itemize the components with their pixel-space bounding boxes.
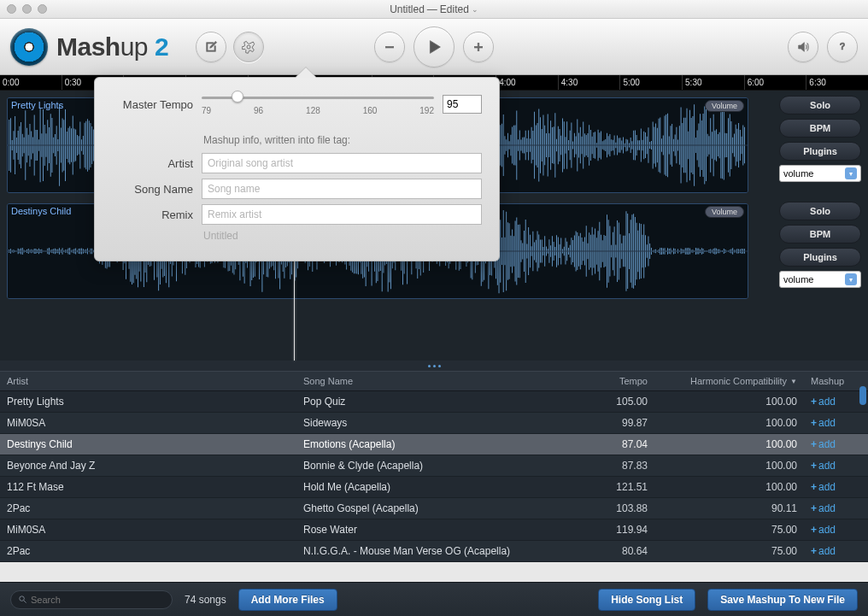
song-name-input[interactable] <box>202 179 482 199</box>
play-button[interactable] <box>413 26 455 67</box>
ruler-tick: 4:00 <box>496 75 558 90</box>
artist-input[interactable] <box>202 153 482 173</box>
tempo-minus-button[interactable] <box>374 32 405 62</box>
table-row[interactable]: 2PacN.I.G.G.A. - Mouse Man Verse OG (Aca… <box>0 541 868 562</box>
plugins-button[interactable]: Plugins <box>779 248 861 267</box>
col-artist[interactable]: Artist <box>0 372 296 390</box>
svg-text:?: ? <box>840 41 846 51</box>
popover-info: Mashup info, written into file tag: <box>203 134 482 146</box>
hide-song-list-button[interactable]: Hide Song List <box>598 589 695 611</box>
tempo-slider[interactable]: 7996128160192 <box>202 93 434 115</box>
cell-song: Hold Me (Acapella) <box>296 477 578 497</box>
panel-resize-handle[interactable] <box>0 361 868 371</box>
track-volume-button[interactable]: Volume <box>705 206 744 218</box>
add-button[interactable]: add <box>811 438 836 450</box>
tempo-input[interactable] <box>443 95 482 114</box>
solo-button[interactable]: Solo <box>779 96 861 114</box>
window-title: Untitled — Edited ⌄ <box>0 3 868 15</box>
ruler-tick: 6:00 <box>744 75 806 90</box>
add-button[interactable]: add <box>811 417 836 429</box>
cell-artist: Pretty Lights <box>0 391 296 412</box>
ruler-tick: 6:30 <box>806 75 868 90</box>
cell-song: N.I.G.G.A. - Mouse Man Verse OG (Acapell… <box>296 541 578 561</box>
volume-select[interactable]: volume▾ <box>779 165 861 182</box>
add-button[interactable]: add <box>811 524 836 536</box>
cell-tempo: 103.88 <box>578 498 654 519</box>
scrollbar-thumb[interactable] <box>859 386 866 405</box>
edit-button[interactable] <box>196 32 226 62</box>
svg-line-1005 <box>24 601 26 603</box>
slider-thumb[interactable] <box>232 91 243 103</box>
plugins-button[interactable]: Plugins <box>779 142 861 161</box>
solo-button[interactable]: Solo <box>779 202 861 220</box>
track-1-controls: Solo BPM Plugins volume▾ <box>774 91 868 182</box>
col-song[interactable]: Song Name <box>296 372 578 390</box>
table-row[interactable]: Destinys ChildEmotions (Acapella)87.0410… <box>0 434 868 455</box>
add-button[interactable]: add <box>811 481 836 493</box>
table-row[interactable]: 2PacGhetto Gospel (Acapella)103.8890.11a… <box>0 498 868 519</box>
table-row[interactable]: MiM0SASideways99.87100.00add <box>0 413 868 434</box>
ruler-tick: 5:00 <box>619 75 682 90</box>
cell-artist: 2Pac <box>0 541 296 561</box>
track-volume-button[interactable]: Volume <box>705 100 744 112</box>
save-mashup-button[interactable]: Save Mashup To New File <box>707 589 858 611</box>
table-row[interactable]: 112 Ft MaseHold Me (Acapella)121.51100.0… <box>0 477 868 498</box>
col-harmonic[interactable]: Harmonic Compatibility▼ <box>654 372 804 390</box>
add-button[interactable]: add <box>811 545 836 557</box>
cell-artist: 112 Ft Mase <box>0 477 296 497</box>
settings-popover: Master Tempo 7996128160192 Mashup info, … <box>94 77 500 261</box>
app-logo: Mashup 2 <box>10 28 168 66</box>
svg-rect-2 <box>478 43 479 50</box>
search-field[interactable] <box>10 590 173 609</box>
bpm-button[interactable]: BPM <box>779 119 861 138</box>
cell-harmonic: 75.00 <box>654 519 804 540</box>
bpm-button[interactable]: BPM <box>779 225 861 243</box>
add-button[interactable]: add <box>811 502 836 514</box>
svg-point-1004 <box>20 596 25 601</box>
cell-artist: Beyonce And Jay Z <box>0 455 296 476</box>
col-tempo[interactable]: Tempo <box>578 372 654 390</box>
add-button[interactable]: add <box>811 396 836 408</box>
transport-controls <box>374 26 494 67</box>
sort-desc-icon: ▼ <box>790 378 797 385</box>
title-text: Untitled <box>390 3 425 15</box>
add-button[interactable]: add <box>811 460 836 472</box>
ruler-tick: 4:30 <box>558 75 620 90</box>
chevron-down-icon: ▾ <box>845 167 857 179</box>
table-row[interactable]: MiM0SARose Water119.9475.00add <box>0 519 868 541</box>
add-more-files-button[interactable]: Add More Files <box>238 589 337 611</box>
cell-harmonic: 75.00 <box>654 541 804 561</box>
table-row[interactable]: Beyonce And Jay ZBonnie & Clyde (Acapell… <box>0 455 868 477</box>
svg-rect-0 <box>385 46 393 48</box>
cell-tempo: 119.94 <box>578 519 654 540</box>
cell-song: Pop Quiz <box>296 391 578 412</box>
cell-harmonic: 90.11 <box>654 498 804 519</box>
table-row[interactable]: Pretty LightsPop Quiz105.00100.00add <box>0 391 868 413</box>
tempo-plus-button[interactable] <box>463 32 494 62</box>
chevron-down-icon[interactable]: ⌄ <box>472 5 478 14</box>
table-body: Pretty LightsPop Quiz105.00100.00addMiM0… <box>0 391 868 562</box>
popover-result-name: Untitled <box>203 230 482 242</box>
cell-tempo: 121.51 <box>578 477 654 497</box>
cell-artist: 2Pac <box>0 498 296 519</box>
help-button[interactable]: ? <box>827 32 858 62</box>
track-2-controls: Solo BPM Plugins volume▾ <box>774 197 868 288</box>
speaker-button[interactable] <box>788 32 818 62</box>
settings-button[interactable] <box>233 32 264 62</box>
song-name-label: Song Name <box>112 183 193 196</box>
cell-tempo: 87.04 <box>578 434 654 455</box>
remix-input[interactable] <box>202 204 482 225</box>
song-count: 74 songs <box>185 594 226 606</box>
volume-select[interactable]: volume▾ <box>779 271 861 288</box>
titlebar: Untitled — Edited ⌄ <box>0 0 868 19</box>
toolbar: Mashup 2 ? <box>0 19 868 75</box>
tempo-label: Master Tempo <box>112 98 193 111</box>
search-input[interactable] <box>31 595 165 605</box>
cell-tempo: 80.64 <box>578 541 654 561</box>
cell-artist: MiM0SA <box>0 413 296 433</box>
col-mashup[interactable]: Mashup <box>804 372 868 390</box>
track-label: Pretty Lights <box>11 100 63 110</box>
cell-harmonic: 100.00 <box>654 434 804 455</box>
cell-song: Emotions (Acapella) <box>296 434 578 455</box>
cell-song: Sideways <box>296 413 578 433</box>
